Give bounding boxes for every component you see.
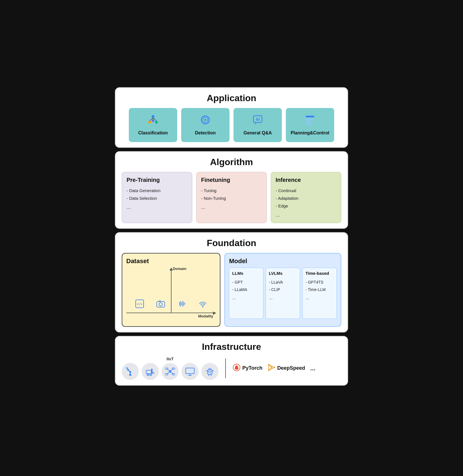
svg-rect-56 [208, 370, 212, 374]
svg-point-67 [237, 365, 239, 367]
finetuning-dots: ... [201, 204, 262, 210]
deepspeed-symbol [268, 363, 276, 373]
svg-point-41 [147, 374, 149, 376]
svg-point-73 [268, 369, 269, 371]
pre-training-dots: ... [127, 204, 187, 210]
classification-label: Classification [138, 130, 168, 136]
svg-point-74 [271, 367, 272, 368]
pytorch-symbol [233, 363, 241, 373]
finetuning-list: Tuning Non-Tuning [201, 187, 262, 202]
svg-point-57 [208, 371, 209, 372]
iiot-group: IIoT [122, 357, 218, 380]
detection-label: Detection [195, 130, 216, 136]
svg-rect-16 [306, 123, 314, 124]
deepspeed-label: DeepSpeed [277, 365, 305, 371]
infrastructure-title: Infrastructure [122, 342, 341, 352]
algo-cards: Pre-Training Data Generation Data Select… [122, 172, 341, 223]
modality-label: Modality [198, 314, 213, 318]
foundation-content: Dataset Domain Modality </> [122, 253, 341, 327]
model-title: Model [229, 257, 337, 265]
svg-point-33 [129, 371, 131, 373]
vertical-divider [225, 358, 226, 378]
time-based-title: Time-based [305, 271, 334, 276]
inference-item-3: Edge [276, 202, 336, 210]
time-based-dots: ... [305, 295, 334, 300]
app-card-classification: Classification [129, 108, 177, 142]
dataset-icons: </> [129, 299, 213, 310]
app-cards: Classification Detection AI [122, 108, 341, 142]
planning-label: Planning&Control [291, 130, 329, 136]
svg-rect-38 [151, 369, 152, 374]
axis-arrow-right [213, 311, 216, 315]
iiot-icons [122, 363, 218, 380]
app-card-detection: Detection [181, 108, 230, 142]
finetuning-title: Finetuning [201, 177, 262, 183]
general-qa-icon: AI [252, 114, 263, 128]
svg-rect-14 [306, 119, 313, 120]
svg-point-72 [274, 367, 275, 368]
svg-point-0 [152, 115, 154, 118]
lvlms-title: LVLMs [269, 271, 297, 276]
inference-item-2: Adaptation [276, 194, 336, 202]
pytorch-icon: PyTorch [233, 363, 262, 373]
ds-icon-camera [156, 299, 165, 310]
svg-rect-55 [187, 369, 193, 373]
foundation-title: Foundation [122, 238, 341, 248]
iiot-icon-monitor [181, 363, 199, 380]
domain-label: Domain [173, 267, 187, 271]
algorithm-title: Algorithm [122, 157, 341, 167]
algorithm-section: Algorithm Pre-Training Data Generation D… [115, 151, 348, 229]
time-based-card: Time-based GPT4TS Time-LLM ... [302, 268, 337, 319]
llms-item-2: LLaMA [232, 286, 260, 294]
svg-point-34 [127, 369, 129, 371]
inference-dots: ... [276, 212, 336, 218]
finetuning-card: Finetuning Tuning Non-Tuning ... [196, 172, 267, 223]
pre-training-list: Data Generation Data Selection [127, 187, 187, 202]
axis-x [126, 313, 216, 313]
main-container: Application Classification [115, 87, 348, 389]
llms-dots: ... [232, 295, 260, 300]
planning-icon [304, 114, 316, 128]
pre-training-card: Pre-Training Data Generation Data Select… [122, 172, 192, 223]
dataset-box: Dataset Domain Modality </> [122, 253, 220, 327]
svg-point-71 [268, 364, 269, 365]
iiot-label: IIoT [122, 357, 218, 361]
model-cards: LLMs GPT LLaMA ... LVLMs LLaVA CLIP [229, 268, 337, 319]
ds-icon-wifi [198, 299, 207, 310]
svg-point-6 [152, 120, 154, 122]
detection-icon [200, 114, 211, 128]
lvlms-dots: ... [269, 295, 297, 300]
lvlms-item-1: LLaVA [269, 278, 297, 286]
svg-rect-36 [129, 374, 131, 376]
inference-item-1: Continual [276, 187, 336, 194]
svg-point-2 [155, 121, 158, 124]
inference-list: Continual Adaptation Edge [276, 187, 336, 210]
app-card-planning: Planning&Control [286, 108, 334, 142]
svg-point-35 [126, 367, 128, 369]
pytorch-label: PyTorch [242, 365, 262, 371]
iiot-icon-robot [201, 363, 218, 380]
time-based-item-1: GPT4TS [305, 278, 334, 286]
general-qa-label: General Q&A [243, 130, 272, 136]
svg-point-9 [204, 119, 206, 121]
svg-rect-40 [152, 373, 154, 374]
svg-point-42 [150, 374, 152, 376]
svg-point-20 [159, 303, 162, 306]
framework-dots: ... [310, 365, 315, 372]
svg-rect-43 [169, 370, 171, 373]
time-based-list: GPT4TS Time-LLM [305, 278, 334, 294]
svg-text:AI: AI [256, 117, 260, 122]
pre-training-item-2: Data Selection [127, 194, 187, 202]
inference-title: Inference [276, 177, 336, 183]
svg-point-29 [202, 306, 203, 307]
llms-card: LLMs GPT LLaMA ... [229, 268, 263, 319]
llms-title: LLMs [232, 271, 260, 276]
svg-rect-13 [306, 116, 314, 117]
application-section: Application Classification [115, 87, 348, 148]
ds-icon-audio [177, 299, 186, 310]
finetuning-item-2: Non-Tuning [201, 194, 262, 202]
infrastructure-section: Infrastructure IIoT [115, 336, 348, 386]
application-title: Application [122, 93, 341, 103]
svg-rect-37 [146, 370, 151, 374]
pre-training-title: Pre-Training [127, 177, 187, 183]
